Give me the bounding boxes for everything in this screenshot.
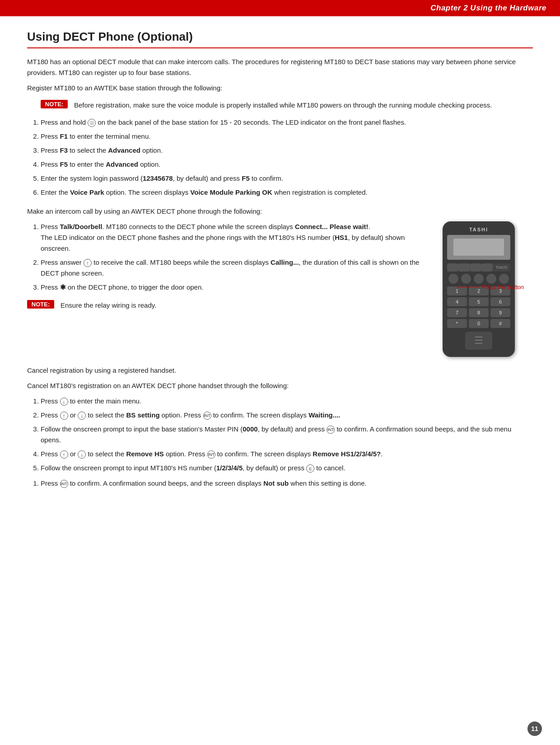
wifi-icon: ⦾ [88,119,96,127]
phone-btn-f1 [458,263,470,272]
phone-illustration-col: Press the button TASHI TAK [434,221,533,357]
reg-step-1: Press and hold ⦾ on the back panel of th… [41,117,533,128]
phone-key-8: 8 [469,308,489,317]
phone-key-hash: # [490,319,510,328]
cancel-step-2: Press ↑ or ↓ to select the BS setting op… [41,410,533,421]
int-icon-2: INT [327,426,335,434]
phone-key-5: 5 [469,297,489,306]
phone-nav-1 [448,274,458,284]
phone-fingerprint: ☰ [465,332,492,350]
up-icon-2: ↑ [60,450,68,459]
phone-key-7: 7 [447,308,467,317]
cancel-step-5: Follow the onscreen prompt to input MT18… [41,463,533,473]
phone-nav-5 [499,274,509,284]
reg-step-6: Enter the Voice Park option. The screen … [41,187,533,198]
intercom-step-2: Press answer ↑ to receive the call. MT18… [41,257,425,279]
phone-func-row: TAK/O [447,263,510,272]
phone-screen [447,235,510,260]
registration-steps: Press and hold ⦾ on the back panel of th… [41,117,533,198]
int-icon-3: INT [207,450,215,459]
phone-key-0: 0 [469,319,489,328]
phone-key-4: 4 [447,297,467,306]
note-text-2: Ensure the relay wiring is ready. [61,300,156,311]
cancel-step-1: Press ↓ to enter the main menu. [41,396,533,407]
phone-btn-talk: TAK/O [493,263,510,272]
note-block-1: NOTE: Before registration, make sure the… [41,100,533,111]
phone-screen-inner [453,239,504,256]
intercom-step-1: Press Talk/Doorbell. MT180 connects to t… [41,221,425,254]
press-button-label: Press the button [457,284,524,291]
phone-btn-f2 [470,263,481,272]
phone-btn-f3 [481,263,493,272]
note-block-2: NOTE: Ensure the relay wiring is ready. [27,300,425,311]
reg-step-3: Press F3 to select the Advanced option. [41,145,533,156]
cancel-intro-2: Cancel MT180’s registration on an AWTEK … [27,380,533,391]
up-icon: ↑ [60,412,68,420]
phone-btn-menu [447,263,458,272]
cancel-step-3: Follow the onscreen prompt to input the … [41,424,533,445]
final-step-1: Press INT to confirm. A confirmation sou… [41,478,533,489]
c-icon: c [306,464,314,473]
chapter-label: Chapter 2 Using the Hardware [430,4,546,12]
press-line [457,287,479,287]
page-number: 11 [527,722,542,736]
intercom-steps: Press Talk/Doorbell. MT180 connects to t… [41,221,425,293]
phone-keypad: 1 2 3 4 5 6 7 8 9 * 0 # [447,286,510,328]
cancel-step-4: Press ↑ or ↓ to select the Remove HS opt… [41,449,533,459]
page-content: Using DECT Phone (Optional) MT180 has an… [0,16,560,520]
phone-nav-4 [486,274,496,284]
reg-step-5: Enter the system login password (1234567… [41,173,533,184]
intro-para-2: Register MT180 to an AWTEK base station … [27,83,533,94]
cancel-steps: Press ↓ to enter the main menu. Press ↑ … [41,396,533,473]
final-steps: Press INT to confirm. A confirmation sou… [41,478,533,489]
intercom-section: Press Talk/Doorbell. MT180 connects to t… [27,221,533,357]
down-icon: ↓ [78,412,86,420]
phone-key-9: 9 [490,308,510,317]
phone-nav-row [447,274,510,284]
down-icon-2: ↓ [78,450,86,459]
intercom-step-3: Press ✱ on the DECT phone, to trigger th… [41,282,425,293]
phone-key-6: 6 [490,297,510,306]
reg-step-2: Press F1 to enter the terminal menu. [41,131,533,142]
fingerprint-icon: ☰ [474,335,483,347]
note-label-1: NOTE: [41,100,68,108]
phone-container: Press the button TASHI TAK [434,221,524,357]
down-arrow-icon: ↓ [60,398,68,406]
phone-nav-3 [474,274,484,284]
intro-para-1: MT180 has an optional DECT module that c… [27,56,533,78]
phone-brand: TASHI [447,227,510,232]
section-title: Using DECT Phone (Optional) [27,30,533,48]
int-icon-1: INT [203,412,211,420]
intercom-intro: Make an intercom call by using an AWTEK … [27,206,533,217]
note-text-1: Before registration, make sure the voice… [74,100,492,111]
reg-step-4: Press F5 to enter the Advanced option. [41,159,533,170]
cancel-intro-1: Cancel registration by using a registere… [27,365,533,376]
answer-icon: ↑ [84,259,92,267]
note-label-2: NOTE: [27,300,54,309]
int-icon-final: INT [60,480,68,488]
intercom-steps-col: Press Talk/Doorbell. MT180 connects to t… [27,221,425,357]
chapter-header: Chapter 2 Using the Hardware [0,0,560,16]
press-button-text: Press the button [481,284,524,291]
phone-key-star: * [447,319,467,328]
phone-nav-2 [461,274,471,284]
